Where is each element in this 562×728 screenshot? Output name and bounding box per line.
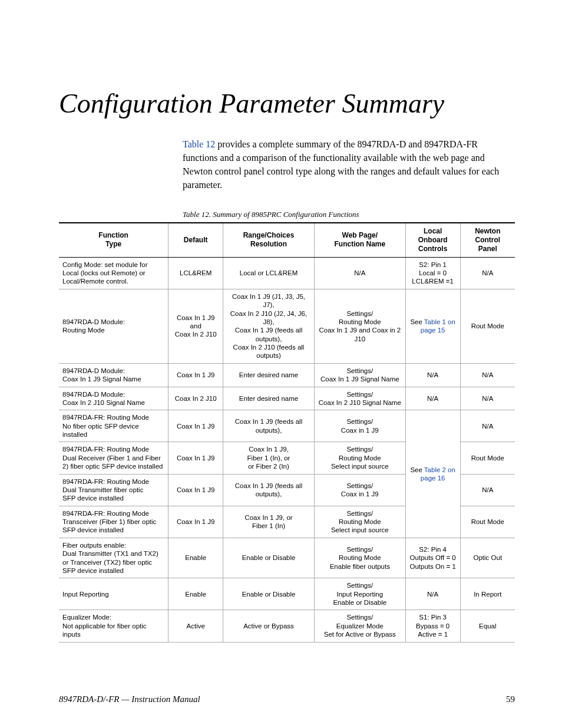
table-link[interactable]: Table 1 onpage 15: [421, 318, 455, 334]
cell-function: 8947RDA-FR: Routing ModeDual Transmitter…: [59, 474, 168, 506]
cell-web: Settings/Equalizer ModeSet for Active or…: [314, 610, 405, 642]
table-row: 8947RDA-D Module:Coax In 2 J10 Signal Na…: [59, 387, 515, 410]
cell-function: Config Mode: set module for Local (locks…: [59, 257, 168, 289]
cell-local: N/A: [405, 387, 460, 410]
cell-range: Enable or Disable: [223, 578, 315, 610]
cell-web: Settings/Coax In 2 J10 Signal Name: [314, 387, 405, 410]
cell-default: Coax In 1 J9andCoax In 2 J10: [168, 289, 223, 363]
cell-local: See Table 2 onpage 16: [405, 410, 460, 538]
column-header: Default: [168, 223, 223, 258]
column-header: Web Page/Function Name: [314, 223, 405, 258]
cell-default: Coax In 1 J9: [168, 363, 223, 387]
table-caption: Table 12. Summary of 8985PRC Configurati…: [183, 210, 515, 219]
cell-function: 8947RDA-FR: Routing ModeTransceiver (Fib…: [59, 506, 168, 538]
cell-local: N/A: [405, 578, 460, 610]
cell-web: Settings/Routing ModeCoax In 1 J9 and Co…: [314, 289, 405, 363]
intro-paragraph: Table 12 provides a complete summary of …: [183, 137, 515, 192]
cell-range: Coax In 1 J9,Fiber 1 (In), oror Fiber 2 …: [223, 442, 315, 474]
table-row: Fiber outputs enable:Dual Transmitter (T…: [59, 538, 515, 578]
cell-newton: In Report: [460, 578, 515, 610]
cell-function: Equalizer Mode:Not applicable for fiber …: [59, 610, 168, 642]
cell-web: Settings/Coax in 1 J9: [314, 474, 405, 506]
column-header: LocalOnboardControls: [405, 223, 460, 258]
cell-newton: Rout Mode: [460, 506, 515, 538]
cell-default: LCL&REM: [168, 257, 223, 289]
cell-newton: Rout Mode: [460, 289, 515, 363]
cell-newton: Equal: [460, 610, 515, 642]
intro-text: provides a complete summary of the 8947R…: [183, 139, 499, 190]
cell-web: Settings/Routing ModeSelect input source: [314, 506, 405, 538]
cell-default: Enable: [168, 538, 223, 578]
column-header: Range/ChoicesResolution: [223, 223, 315, 258]
cell-function: 8947RDA-FR: Routing ModeDual Receiver (F…: [59, 442, 168, 474]
cell-newton: N/A: [460, 363, 515, 387]
table-row: Config Mode: set module for Local (locks…: [59, 257, 515, 289]
cell-newton: Optic Out: [460, 538, 515, 578]
cell-function: 8947RDA-D Module:Coax In 2 J10 Signal Na…: [59, 387, 168, 410]
cell-function: 8947RDA-D Module:Routing Mode: [59, 289, 168, 363]
cell-function: Fiber outputs enable:Dual Transmitter (T…: [59, 538, 168, 578]
cell-web: Settings/Input ReportingEnable or Disabl…: [314, 578, 405, 610]
cell-function: 8947RDA-FR: Routing ModeNo fiber optic S…: [59, 410, 168, 442]
footer-page-number: 59: [506, 694, 515, 704]
cell-range: Coax In 1 J9 (feeds all outputs),: [223, 410, 315, 442]
cell-range: Active or Bypass: [223, 610, 315, 642]
cell-range: Coax In 1 J9 (J1, J3, J5, J7),Coax In 2 …: [223, 289, 315, 363]
cell-range: Enable or Disable: [223, 538, 315, 578]
cell-newton: N/A: [460, 257, 515, 289]
table-row: 8947RDA-FR: Routing ModeNo fiber optic S…: [59, 410, 515, 442]
cell-range: Local or LCL&REM: [223, 257, 315, 289]
cell-local: S2: Pin 4Outputs Off = 0Outputs On = 1: [405, 538, 460, 578]
cell-local: See Table 1 onpage 15: [405, 289, 460, 363]
cell-range: Enter desired name: [223, 363, 315, 387]
cell-function: 8947RDA-D Module:Coax In 1 J9 Signal Nam…: [59, 363, 168, 387]
cell-range: Enter desired name: [223, 387, 315, 410]
cell-web: Settings/Coax In 1 J9 Signal Name: [314, 363, 405, 387]
column-header: FunctionType: [59, 223, 168, 258]
cell-default: Coax In 1 J9: [168, 410, 223, 442]
column-header: NewtonControlPanel: [460, 223, 515, 258]
cell-newton: Rout Mode: [460, 442, 515, 474]
cell-local: S1: Pin 3Bypass = 0Active = 1: [405, 610, 460, 642]
cell-default: Coax In 2 J10: [168, 387, 223, 410]
cell-default: Active: [168, 610, 223, 642]
config-table: FunctionTypeDefaultRange/ChoicesResoluti…: [59, 222, 515, 643]
cell-default: Coax In 1 J9: [168, 442, 223, 474]
cell-default: Enable: [168, 578, 223, 610]
footer-doc-title: 8947RDA-D/-FR — Instruction Manual: [59, 694, 200, 704]
cell-range: Coax In 1 J9 (feeds all outputs),: [223, 474, 315, 506]
cell-web: Settings/Coax in 1 J9: [314, 410, 405, 442]
cell-web: N/A: [314, 257, 405, 289]
table-row: 8947RDA-D Module:Coax In 1 J9 Signal Nam…: [59, 363, 515, 387]
table-link[interactable]: Table 2 onpage 16: [421, 466, 455, 482]
cell-default: Coax In 1 J9: [168, 506, 223, 538]
cell-web: Settings/Routing ModeEnable fiber output…: [314, 538, 405, 578]
table-row: 8947RDA-D Module:Routing ModeCoax In 1 J…: [59, 289, 515, 363]
cell-web: Settings/Routing ModeSelect input source: [314, 442, 405, 474]
cell-range: Coax In 1 J9, orFiber 1 (In): [223, 506, 315, 538]
cell-function: Input Reporting: [59, 578, 168, 610]
page-title: Configuration Parameter Summary: [59, 88, 515, 120]
cell-default: Coax In 1 J9: [168, 474, 223, 506]
table-row: Input ReportingEnableEnable or DisableSe…: [59, 578, 515, 610]
cell-local: S2: Pin 1Local = 0LCL&REM =1: [405, 257, 460, 289]
intro-link[interactable]: Table 12: [183, 139, 215, 149]
table-row: Equalizer Mode:Not applicable for fiber …: [59, 610, 515, 642]
cell-newton: N/A: [460, 474, 515, 506]
cell-newton: N/A: [460, 410, 515, 442]
cell-newton: N/A: [460, 387, 515, 410]
cell-local: N/A: [405, 363, 460, 387]
